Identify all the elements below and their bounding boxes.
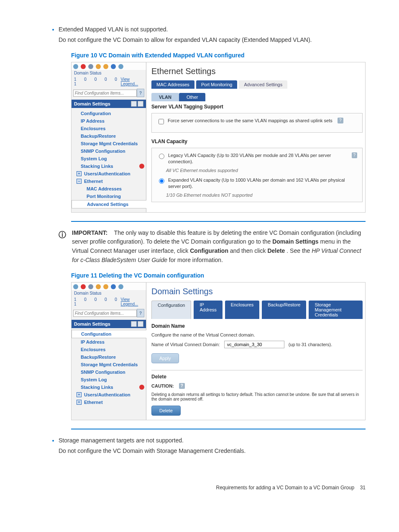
domain-settings-panel: Domain Settings Configuration IP Address…	[146, 283, 365, 420]
legacy-radio[interactable]	[159, 154, 164, 159]
help-icon[interactable]: ?	[179, 383, 185, 389]
tab-enclosures[interactable]: Enclosures	[225, 301, 259, 319]
bullet-2-subtext: Do not configure the VC Domain with Stor…	[59, 447, 366, 455]
sidebar-item-port[interactable]: Port Monitoring	[72, 193, 146, 200]
tab-backup[interactable]: Backup/Restore	[262, 301, 306, 319]
tab-mac[interactable]: MAC Addresses	[151, 80, 194, 89]
sidebar-item-users[interactable]: + Users/Authentication	[72, 170, 146, 177]
sidebar-item-mac[interactable]: MAC Addresses	[72, 185, 146, 193]
delete-button[interactable]: Delete	[151, 406, 181, 416]
tab-configuration[interactable]: Configuration	[151, 301, 191, 319]
legacy-note: All VC Ethernet modules supported	[166, 168, 357, 173]
vlan-cap-box: Legacy VLAN Capacity (Up to 320 VLANs pe…	[151, 148, 363, 202]
find-input[interactable]	[73, 90, 137, 97]
sidebar-item-enclosures[interactable]: Enclosures	[72, 125, 146, 132]
figure-11-caption: Figure 11 Deleting the VC Domain configu…	[71, 272, 366, 279]
page-title: Ethernet Settings	[151, 67, 363, 76]
force-label: Force server connections to use the same…	[168, 118, 332, 124]
tab-ip[interactable]: IP Address	[194, 301, 222, 319]
sidebar-item-users[interactable]: + Users/Authentication	[72, 391, 146, 398]
domain-name-title: Domain Name	[151, 323, 363, 329]
sidebar-item-syslog[interactable]: System Log	[72, 376, 146, 383]
figure-10-caption: Figure 10 VC Domain with Extended Mapped…	[71, 52, 366, 59]
sidebar-item-storage[interactable]: Storage Mgmt Credentials	[72, 140, 146, 147]
subtab-vlan[interactable]: VLAN	[151, 93, 179, 101]
status-icon	[118, 284, 123, 289]
status-icon	[81, 64, 86, 69]
sidebar-item-enclosures[interactable]: Enclosures	[72, 346, 146, 353]
sidebar-item-ip[interactable]: IP Address	[72, 338, 146, 346]
delete-header: Delete	[151, 374, 363, 380]
collapse-icons[interactable]	[131, 321, 143, 327]
bullet-2: Storage management targets are not suppo…	[59, 436, 366, 455]
expanded-label: Expanded VLAN capacity (Up to 1000 VLANs…	[168, 177, 357, 190]
find-help-icon[interactable]: ?	[137, 89, 144, 97]
vc-sidebar-2: Domain Status 1 0 0 0 0 1 View Legend...…	[72, 283, 146, 420]
important-text: IMPORTANT: The only way to disable this …	[72, 229, 366, 265]
important-icon: ⓘ	[59, 229, 66, 265]
expand-icon[interactable]: +	[77, 400, 82, 405]
status-nums: 1 0 0 0 0 1	[74, 77, 121, 86]
status-icon	[96, 284, 101, 289]
view-legend-link[interactable]: View Legend...	[121, 77, 143, 86]
fig10-divider	[71, 221, 366, 222]
sidebar-item-configuration[interactable]: Configuration	[72, 110, 146, 117]
status-nums-row: 1 0 0 0 0 1 View Legend...	[72, 297, 146, 308]
sidebar-item-adv[interactable]: Advanced Settings	[72, 200, 146, 208]
status-icon	[81, 284, 86, 289]
sidebar-item-ethernet[interactable]: − Ethernet	[72, 177, 146, 185]
alert-icon	[139, 385, 144, 390]
expanded-radio[interactable]	[159, 178, 164, 184]
expand-icon[interactable]: +	[77, 171, 82, 176]
important-lead: IMPORTANT:	[72, 229, 107, 236]
svr-tagging-box: Force server connections to use the same…	[151, 113, 363, 133]
page-number: 31	[360, 485, 366, 491]
tab-port[interactable]: Port Monitoring	[196, 80, 238, 89]
status-icon	[118, 64, 123, 69]
find-help-icon[interactable]: ?	[137, 309, 144, 317]
domain-name-input[interactable]	[224, 341, 284, 348]
find-row: ?	[72, 308, 146, 320]
domain-settings-header[interactable]: Domain Settings	[72, 320, 146, 328]
bullet-2-text: Storage management targets are not suppo…	[59, 437, 184, 444]
sidebar-item-backup[interactable]: Backup/Restore	[72, 353, 146, 361]
important-body-4: . See the	[286, 247, 312, 254]
sidebar-item-snmp[interactable]: SNMP Configuration	[72, 147, 146, 155]
subtab-other[interactable]: Other	[179, 93, 206, 101]
domain-settings-header[interactable]: Domain Settings	[72, 100, 146, 108]
expand-icon[interactable]: +	[77, 392, 82, 397]
caution-body: Deleting a domain returns all settings t…	[151, 392, 363, 401]
sidebar-item-backup[interactable]: Backup/Restore	[72, 132, 146, 140]
view-legend-link[interactable]: View Legend...	[121, 297, 143, 306]
status-icon	[103, 64, 108, 69]
sidebar-item-configuration[interactable]: Configuration	[72, 330, 146, 338]
help-icon[interactable]: ?	[338, 118, 343, 123]
sidebar-item-stacking[interactable]: Stacking Links	[72, 383, 146, 391]
expanded-row[interactable]: Expanded VLAN capacity (Up to 1000 VLANs…	[157, 177, 357, 190]
alert-icon	[139, 164, 144, 169]
domain-name-desc: Configure the name of the Virtual Connec…	[151, 332, 363, 337]
figure-10-screenshot: Domain Status 1 0 0 0 0 1 View Legend...…	[71, 62, 366, 213]
sidebar-item-syslog[interactable]: System Log	[72, 155, 146, 162]
bold-domain-settings: Domain Settings	[272, 238, 318, 245]
find-input[interactable]	[73, 310, 137, 317]
bullet-1-text: Extended Mapped VLAN is not supported.	[59, 26, 168, 33]
sidebar-item-ip[interactable]: IP Address	[72, 117, 146, 125]
force-row[interactable]: Force server connections to use the same…	[157, 118, 357, 126]
sidebar-item-stacking[interactable]: Stacking Links	[72, 162, 146, 170]
tab-smc[interactable]: Storage Management Credentials	[309, 301, 363, 319]
status-icon	[96, 64, 101, 69]
sidebar-item-storage[interactable]: Storage Mgmt Credentials	[72, 361, 146, 368]
help-icon[interactable]: ?	[352, 152, 357, 158]
tab-advanced[interactable]: Advanced Settings	[239, 80, 287, 89]
legacy-row[interactable]: Legacy VLAN Capacity (Up to 320 VLANs pe…	[157, 152, 357, 165]
collapse-icon[interactable]: −	[77, 179, 82, 184]
force-checkbox[interactable]	[159, 119, 164, 124]
caution-row: CAUTION: ?	[151, 383, 363, 389]
sidebar-item-ethernet[interactable]: + Ethernet	[72, 398, 146, 406]
find-row: ?	[72, 88, 146, 100]
sidebar-item-snmp[interactable]: SNMP Configuration	[72, 368, 146, 376]
vlan-cap-title: VLAN Capacity	[151, 139, 363, 144]
apply-button[interactable]: Apply	[151, 353, 179, 363]
collapse-icons[interactable]	[131, 101, 143, 107]
